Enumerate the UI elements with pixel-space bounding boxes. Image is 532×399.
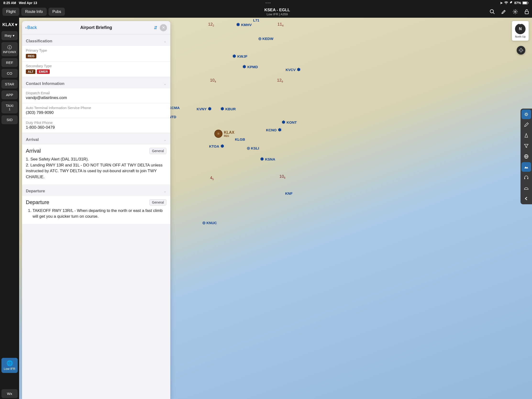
compass-widget[interactable]: N North Up xyxy=(512,21,529,41)
map-airport[interactable]: KWJF xyxy=(232,54,247,58)
chevron-down-icon: ⌄ xyxy=(164,138,166,142)
tool-protractor[interactable] xyxy=(521,183,531,193)
airport-icon xyxy=(297,67,301,72)
svg-point-13 xyxy=(525,113,527,115)
location-icon: ➤ xyxy=(500,1,503,5)
tool-pencil[interactable] xyxy=(521,120,531,130)
content-area: 122 114 104 129 45 106 L71 KMHV ◎ KEDW K… xyxy=(0,18,532,399)
tool-filter[interactable] xyxy=(521,141,531,151)
tool-layers[interactable] xyxy=(521,110,531,119)
map-airport[interactable]: KCNO xyxy=(266,128,282,132)
duty-pilot-label: Duty Pilot Phone xyxy=(26,120,166,125)
map-airport[interactable]: KBUR xyxy=(220,107,236,111)
airport-icon xyxy=(208,107,212,111)
map-elevation: 122 xyxy=(208,22,214,27)
map-airport[interactable]: KVCV xyxy=(286,67,301,72)
status-date: Wed Apr 13 xyxy=(19,1,37,5)
sidebar-star[interactable]: STAR xyxy=(1,80,18,89)
section-departure-header[interactable]: Departure⌄ xyxy=(22,184,170,196)
airport-icon xyxy=(220,107,224,111)
sidebar-rwy[interactable]: Rwy ▾ xyxy=(1,31,18,40)
chevron-left-icon: ‹ xyxy=(25,25,27,30)
settings-icon[interactable] xyxy=(512,9,518,15)
section-arrival-header[interactable]: Arrival⌄ xyxy=(22,133,170,145)
map-airport[interactable]: L71 xyxy=(253,18,259,22)
badge-alt: ALT xyxy=(26,69,35,74)
left-sidebar: KLAX ▾ Rwy ▾ ⓘINFO/WX REF CO STAR APP TA… xyxy=(0,18,19,399)
svg-rect-1 xyxy=(523,2,527,4)
sidebar-co[interactable]: CO xyxy=(1,69,18,78)
section-classification-header[interactable]: Classification⌄ xyxy=(22,34,170,46)
contact-dispatch-row: Dispatch Email vandp@atlairlines.com xyxy=(22,89,170,103)
sidebar-low-ifr[interactable]: 🌐Low IFR xyxy=(1,358,18,373)
panel-title: Airport Briefing xyxy=(80,25,112,30)
arrival-tag: General xyxy=(149,148,166,154)
map-airport[interactable]: KMHV xyxy=(236,22,252,27)
svg-rect-18 xyxy=(527,178,528,179)
map-elevation: 129 xyxy=(277,78,283,83)
svg-rect-6 xyxy=(525,11,528,14)
status-bar: 8:25 AM Wed Apr 13 ••• ➤ 87% xyxy=(0,0,532,6)
chevron-down-icon: ⌄ xyxy=(164,82,166,86)
close-button[interactable]: ✕ xyxy=(160,24,167,31)
airport-icon xyxy=(260,157,264,161)
badge-emer: EMER xyxy=(37,69,50,74)
panel-header: ‹ Back Airport Briefing ⇵ ✕ xyxy=(22,21,170,34)
klax-label: KLAX xyxy=(224,130,234,134)
dnd-icon xyxy=(510,1,513,5)
airport-selector[interactable]: KLAX ▾ xyxy=(0,18,19,30)
sidebar-sid[interactable]: SID xyxy=(1,115,18,124)
lock-icon[interactable] xyxy=(524,9,530,15)
highlighter-icon[interactable] xyxy=(501,9,507,15)
panel-body[interactable]: Classification⌄ Primary Type REG Seconda… xyxy=(22,34,170,399)
badge-reg: REG xyxy=(26,54,36,58)
map-airport[interactable]: KNF xyxy=(285,191,292,196)
arrival-title: Arrival xyxy=(26,148,41,154)
tool-globe[interactable] xyxy=(521,152,531,161)
sidebar-taxi[interactable]: TAXI1 xyxy=(1,101,18,113)
classification-secondary-row: Secondary Type ALT EMER xyxy=(22,62,170,77)
departure-item-1: TAKEOFF RWY 13R/L - When departing to th… xyxy=(32,208,166,220)
dispatch-email-label: Dispatch Email xyxy=(26,91,166,95)
map-airport[interactable]: KVNY xyxy=(197,107,212,111)
tool-collapse[interactable] xyxy=(521,194,531,203)
map-airport[interactable]: ◎ KSLI xyxy=(247,146,259,150)
section-contact-header[interactable]: Contact Information⌄ xyxy=(22,77,170,89)
chevron-down-icon: ▾ xyxy=(15,22,17,27)
route-title-block: KSEA - EGLL Low IFR | A359 xyxy=(65,8,489,16)
atis-phone-label: Auto Terminal Information Service Phone xyxy=(26,106,166,110)
map-airport-klax[interactable]: ≡ KLAXREG xyxy=(214,130,234,138)
sidebar-info-wx[interactable]: ⓘINFO/WX xyxy=(1,42,18,56)
wifi-icon xyxy=(504,1,508,4)
map-elevation: 45 xyxy=(210,176,214,181)
chevron-down-icon: ⌄ xyxy=(164,189,166,193)
tool-headset[interactable] xyxy=(521,173,531,182)
map-airport[interactable]: KCMA xyxy=(169,106,180,110)
airport-icon xyxy=(281,120,286,124)
svg-point-8 xyxy=(521,50,521,51)
collapse-icon[interactable]: ⇵ xyxy=(154,25,157,30)
tool-north-up[interactable] xyxy=(521,131,531,140)
status-left: 8:25 AM Wed Apr 13 xyxy=(3,1,37,5)
locate-button[interactable] xyxy=(517,46,525,55)
map-airport[interactable]: KTOA xyxy=(209,144,224,148)
contact-atis-row: Auto Terminal Information Service Phone … xyxy=(22,103,170,118)
back-button[interactable]: ‹ Back xyxy=(25,25,37,30)
tab-route-info[interactable]: Route Info xyxy=(21,8,47,16)
sidebar-app[interactable]: APP xyxy=(1,90,18,99)
sidebar-ref[interactable]: REF xyxy=(1,58,18,67)
classification-primary-row: Primary Type REG xyxy=(22,46,170,62)
tab-flight[interactable]: Flight xyxy=(2,8,19,16)
search-icon[interactable] xyxy=(489,9,495,15)
map-airport[interactable]: ◎ KEDW xyxy=(258,36,273,41)
svg-point-3 xyxy=(490,10,494,13)
map-airport[interactable]: KSNA xyxy=(260,157,275,161)
map-airport[interactable]: ◎ KNUC xyxy=(202,221,217,225)
sidebar-wx[interactable]: Wx xyxy=(1,389,18,398)
map-airport[interactable]: KONT xyxy=(281,120,297,124)
map-airport[interactable]: KLGB xyxy=(235,137,245,141)
tool-terrain[interactable] xyxy=(521,162,531,172)
map-airport[interactable]: KPMD xyxy=(242,65,258,69)
tab-pubs[interactable]: Pubs xyxy=(49,8,65,16)
chevron-down-icon: ⌄ xyxy=(164,39,166,43)
